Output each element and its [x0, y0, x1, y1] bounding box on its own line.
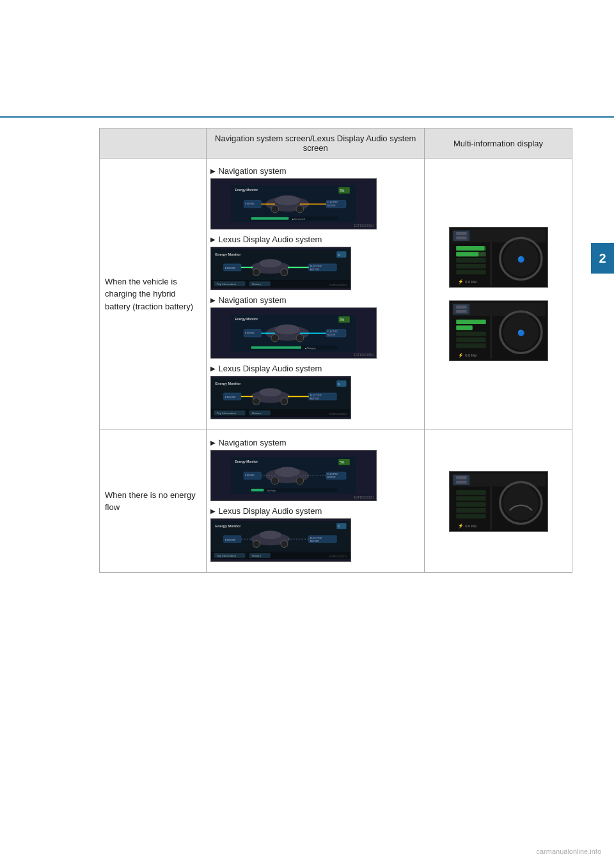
svg-text:ENGINE: ENGINE [225, 396, 236, 399]
page: 2 Navigation system screen/Lexus Display… [0, 0, 614, 868]
nav-cell-charging: Navigation system Energy Monitor 5% [207, 159, 425, 430]
svg-text:Energy Monitor: Energy Monitor [235, 189, 258, 192]
row-charging: When the vehicle is charging the hybrid … [100, 159, 572, 430]
svg-point-63 [253, 398, 260, 405]
svg-rect-55 [251, 346, 301, 348]
svg-text:🔵: 🔵 [517, 329, 524, 337]
svg-rect-155 [456, 480, 466, 483]
lex-screen-charging-1: Energy Monitor 5 ENGINE [210, 247, 351, 290]
svg-text:⚡: ⚡ [457, 279, 463, 284]
svg-point-24 [253, 269, 260, 276]
svg-point-119 [296, 477, 304, 484]
svg-text:MOTOR: MOTOR [327, 205, 336, 207]
accent-line [0, 116, 614, 118]
lex-label-1: Lexus Display Audio system [210, 235, 420, 244]
svg-text:▶ Connected: ▶ Connected [292, 217, 305, 220]
nav-scene-svg-2: Energy Monitor 5% ENGINE ELECTRIC [219, 314, 368, 352]
svg-point-137 [281, 541, 288, 548]
svg-point-6 [271, 205, 279, 213]
svg-rect-100 [456, 310, 466, 313]
svg-rect-162 [456, 514, 486, 518]
nav-screen-charging-2: Energy Monitor 5% ENGINE ELECTRIC [210, 307, 377, 359]
svg-point-135 [260, 531, 282, 539]
main-content: Navigation system screen/Lexus Display A… [99, 128, 572, 573]
svg-rect-82 [456, 236, 466, 240]
section-number-tab: 2 [591, 243, 614, 274]
svg-text:⚡: ⚡ [457, 352, 463, 358]
svg-text:MOTOR: MOTOR [327, 476, 336, 479]
nav-screen-charging-1: Energy Monitor 5% [210, 178, 377, 229]
svg-point-136 [253, 541, 260, 548]
nav-label-2: Navigation system [210, 295, 420, 305]
svg-rect-99 [456, 306, 466, 309]
energy-monitor-table: Navigation system screen/Lexus Display A… [99, 128, 572, 573]
svg-text:🔵: 🔵 [517, 256, 524, 263]
svg-point-117 [275, 467, 300, 477]
lex-scene-svg-noflow: Energy Monitor 5 ENGINE ELECTRIC [211, 519, 350, 561]
svg-point-62 [260, 388, 282, 396]
svg-text:Energy Monitor: Energy Monitor [216, 524, 242, 528]
header-nav-screen: Navigation system screen/Lexus Display A… [207, 128, 425, 159]
lex-screen-noflow: Energy Monitor 5 ENGINE ELECTRIC [210, 518, 351, 562]
multi-svg-noflow: ⚡ 0.0 kW [450, 472, 547, 531]
multi-svg-1: 🔵 [450, 228, 547, 287]
svg-text:E2FE5C037U: E2FE5C037U [330, 555, 347, 558]
svg-text:ELECTRIC: ELECTRIC [327, 330, 338, 333]
svg-text:E2FE5C035U: E2FE5C035U [330, 283, 347, 286]
svg-rect-91 [456, 246, 484, 251]
lex-label-2: Lexus Display Audio system [210, 364, 420, 373]
svg-rect-104 [456, 320, 486, 324]
nav-cell-no-flow: Navigation system Energy Monitor 5% [207, 430, 425, 573]
svg-text:▶ Charging: ▶ Charging [305, 346, 316, 349]
svg-text:E2FE5C036U: E2FE5C036U [330, 412, 347, 415]
svg-point-45 [271, 334, 279, 342]
multi-screen-noflow: ⚡ 0.0 kW [449, 471, 548, 532]
lex-label-noflow: Lexus Display Audio system [210, 506, 420, 516]
header-situation [100, 128, 207, 159]
watermark: carmanualonline.info [536, 848, 601, 855]
header-multi-display: Multi-information display [425, 128, 572, 159]
nav-label-noflow: Navigation system [210, 438, 420, 447]
svg-rect-158 [456, 490, 486, 495]
lex-scene-svg-1: Energy Monitor 5 ENGINE [211, 247, 350, 290]
svg-rect-154 [456, 476, 466, 479]
svg-text:MOTOR: MOTOR [327, 334, 336, 336]
lex-scene-svg-2: Energy Monitor 5 ENGINE ELECTRIC [211, 376, 350, 419]
svg-text:5%: 5% [340, 461, 345, 464]
nav-screen-noflow: Energy Monitor 5% ENGINE ELECTRIC [210, 450, 377, 501]
svg-point-7 [296, 205, 304, 213]
svg-text:MOTOR: MOTOR [310, 268, 319, 271]
svg-point-46 [296, 334, 304, 342]
svg-point-23 [260, 259, 282, 267]
svg-rect-89 [456, 264, 486, 268]
svg-point-44 [275, 324, 300, 334]
multi-cell-charging: 🔵 [425, 159, 572, 430]
svg-text:0.0 kW: 0.0 kW [465, 280, 477, 284]
svg-rect-160 [456, 502, 486, 506]
svg-text:History: History [253, 554, 262, 557]
svg-rect-81 [456, 232, 466, 235]
row-no-flow: When there is no energy flow Navigation … [100, 430, 572, 573]
svg-text:⚡: ⚡ [457, 523, 463, 529]
svg-text:Trip Information: Trip Information [217, 283, 237, 286]
svg-text:0.0 kW: 0.0 kW [465, 524, 477, 528]
svg-point-25 [281, 269, 288, 276]
svg-text:History: History [253, 283, 262, 286]
code-noflow-nav: E2FE5C033U [354, 495, 374, 499]
nav-scene-svg-noflow: Energy Monitor 5% ENGINE ELECTRIC [219, 457, 368, 495]
svg-rect-128 [251, 488, 264, 491]
svg-text:0.0 kW: 0.0 kW [465, 353, 477, 357]
svg-text:ENGINE: ENGINE [245, 331, 255, 334]
svg-text:ENGINE: ENGINE [225, 538, 236, 541]
svg-rect-88 [456, 258, 486, 263]
code-1: E2FE5C029U [354, 224, 374, 228]
svg-text:Energy Monitor: Energy Monitor [235, 460, 258, 463]
multi-screen-charging-1: 🔵 [449, 227, 548, 288]
svg-text:Trip Information: Trip Information [217, 412, 237, 415]
svg-rect-105 [456, 325, 473, 330]
svg-rect-92 [456, 252, 478, 256]
multi-screen-charging-2: 🔵 ⚡ 0.0 kW [449, 300, 548, 361]
svg-text:Energy Monitor: Energy Monitor [216, 382, 242, 385]
svg-rect-107 [456, 337, 486, 342]
svg-point-118 [271, 477, 279, 484]
